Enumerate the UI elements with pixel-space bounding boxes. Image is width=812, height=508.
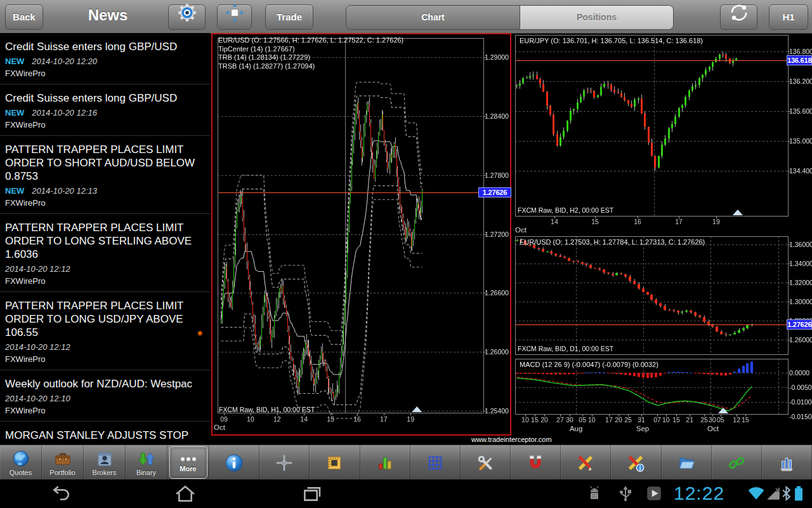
more-dots-icon — [178, 453, 199, 465]
current-price-label: 136.618 — [787, 55, 812, 65]
tab-chart[interactable]: Chart — [346, 6, 520, 29]
axis-label: 17 — [671, 218, 687, 225]
drawing-tools-info-icon — [626, 453, 645, 472]
axis-label: 05 — [712, 416, 729, 424]
info-icon — [224, 453, 244, 473]
toolbar-item-tools[interactable] — [461, 445, 511, 480]
axis-label: 14 — [296, 415, 312, 423]
nav-back-button[interactable] — [48, 485, 74, 506]
page-title: News — [70, 6, 146, 24]
eurjpy-chart-canvas[interactable] — [514, 35, 812, 234]
news-source: FXWirePro — [5, 406, 204, 415]
nav-home-button[interactable] — [173, 485, 198, 506]
axis-label: 1.29000 — [485, 53, 509, 61]
toolbar-item-brokers[interactable]: Brokers — [84, 445, 126, 480]
news-item[interactable]: PATTERN TRAPPER PLACES LIMIT ORDER TO SH… — [0, 136, 210, 214]
favorite-star-marker: * — [197, 328, 202, 343]
feed-info-label: FXCM Raw, BID, H2, 00:00 EST — [518, 206, 613, 214]
main-chart-panel[interactable]: EUR/USD (O: 1.27566, H: 1.27626, L: 1.27… — [211, 33, 511, 436]
eurusd-daily-chart-legend: EUR/USD (O: 1.27503, H: 1.27784, L: 1.27… — [520, 238, 705, 247]
news-date: 2014-10-20 12:12 — [5, 342, 70, 352]
new-badge: NEW — [5, 108, 24, 117]
axis-label: 1.26000 — [485, 348, 509, 356]
axis-label: -0.0100 — [789, 398, 812, 406]
axis-label: 1.32000 — [789, 279, 812, 286]
timeframe-button[interactable]: H1 — [769, 4, 808, 30]
news-source: FXWirePro — [5, 69, 204, 78]
toolbar-item-binary[interactable]: Binary — [126, 445, 167, 480]
new-badge: NEW — [5, 57, 24, 66]
news-item[interactable]: PATTERN TRAPPER PLACES LIMIT ORDER TO LO… — [0, 292, 210, 370]
usb-connected-icon — [619, 486, 632, 505]
main-chart-canvas[interactable] — [213, 34, 510, 434]
settings-gear-button[interactable] — [168, 4, 206, 30]
toolbar-item-portfolio[interactable]: Portfolio — [42, 445, 84, 480]
statistics-icon — [777, 453, 796, 472]
toolbar-item-folder[interactable] — [662, 445, 712, 480]
axis-label: 12 — [269, 415, 285, 423]
news-item[interactable]: Credit Suisse enters long GBP/USD NEW201… — [0, 84, 210, 136]
news-item[interactable]: Weekly outlook for NZD/AUD: Westpac 2014… — [0, 370, 210, 422]
axis-label: Oct — [707, 425, 719, 432]
eurusd-daily-chart-panel[interactable]: EUR/USD (O: 1.27503, H: 1.27784, L: 1.27… — [514, 236, 812, 357]
back-button[interactable]: Back — [5, 4, 43, 30]
crosshair-icon — [275, 453, 294, 472]
toolbar-item-label: Binary — [136, 469, 156, 476]
main-chart-legend: EUR/USD (O: 1.27566, H: 1.27626, L: 1.27… — [218, 36, 403, 70]
toolbar-item-magnet[interactable] — [511, 445, 561, 480]
link-chain-icon — [727, 453, 746, 472]
news-source: FXWirePro — [5, 120, 204, 130]
news-item[interactable]: PATTERN TRAPPER PLACES LIMIT ORDER TO LO… — [0, 214, 210, 292]
tab-positions[interactable]: Positions — [520, 6, 673, 29]
toolbar-item-drawing-info[interactable] — [611, 445, 661, 480]
news-title: PATTERN TRAPPER PLACES LIMIT ORDER TO LO… — [5, 299, 204, 339]
axis-label: 16 — [629, 218, 646, 225]
wifi-icon — [747, 486, 765, 503]
new-badge: NEW — [5, 186, 24, 196]
toolbar-item-ruler[interactable] — [310, 445, 360, 480]
feed-info-label: FXCM Raw, BID, D1, 00:00 EST — [518, 345, 613, 352]
toolbar-item-label: Brokers — [93, 469, 117, 476]
watermark-url: www.tradeinterceptor.com — [471, 436, 552, 443]
axis-label: Oct — [214, 424, 225, 431]
gear-icon — [176, 2, 198, 32]
toolbar-item-statistics[interactable] — [762, 445, 812, 480]
macd-indicator-panel[interactable]: MACD (12 26 9) (-0.0047) (-0.0079) (0.00… — [514, 359, 812, 435]
move-chart-button[interactable] — [217, 4, 252, 30]
axis-label: 16 — [349, 415, 365, 423]
axis-label: 1.36000 — [789, 241, 812, 248]
toolbar-item-barchart[interactable] — [360, 445, 410, 480]
trade-button[interactable]: Trade — [265, 4, 313, 30]
legend-macd: MACD (12 26 9) (-0.0047) (-0.0079) (0.00… — [520, 361, 658, 370]
eurjpy-chart-legend: EUR/JPY (O: 136.701, H: 136.705, L: 136.… — [520, 37, 703, 46]
macd-chart-canvas[interactable] — [514, 359, 812, 435]
folder-icon — [677, 453, 696, 472]
feed-info-label: FXCM Raw, BID, H1, 00:00 EST — [219, 406, 315, 413]
bar-chart-icon — [376, 453, 395, 472]
news-date: 2014-10-20 12:16 — [32, 108, 97, 117]
toolbar-item-info[interactable] — [209, 445, 259, 480]
toolbar-item-more[interactable]: More — [167, 445, 209, 480]
toolbar-item-drawing[interactable] — [561, 445, 611, 480]
news-source: FXWirePro — [5, 198, 204, 208]
toolbar-item-quotes[interactable]: Quotes — [0, 445, 42, 480]
axis-label: -0.0050 — [789, 384, 812, 391]
news-item[interactable]: MORGAN STANLEY ADJUSTS STOP — [0, 422, 210, 444]
toolbar-item-grid[interactable] — [410, 445, 461, 480]
toolbar-item-link[interactable] — [712, 445, 762, 480]
news-item[interactable]: Credit Suisse enters long GBP/USD NEW201… — [0, 33, 210, 84]
axis-label: 19 — [402, 415, 419, 423]
ruler-frame-icon — [325, 453, 344, 472]
sync-button[interactable] — [720, 4, 757, 30]
eurjpy-chart-panel[interactable]: EUR/JPY (O: 136.701, H: 136.705, L: 136.… — [514, 35, 812, 234]
axis-label: 135.000 — [789, 137, 812, 145]
nav-recents-button[interactable] — [298, 485, 324, 506]
axis-label: -0.0150 — [789, 413, 812, 420]
news-list: Credit Suisse enters long GBP/USD NEW201… — [0, 33, 210, 444]
axis-label: 09 — [216, 415, 232, 423]
bluetooth-icon — [781, 485, 792, 504]
chart-positions-tabs: Chart Positions — [346, 5, 674, 30]
eurusd-daily-chart-canvas[interactable] — [514, 236, 812, 357]
news-date: 2014-10-20 12:12 — [5, 264, 70, 274]
toolbar-item-crosshair[interactable] — [259, 445, 310, 480]
